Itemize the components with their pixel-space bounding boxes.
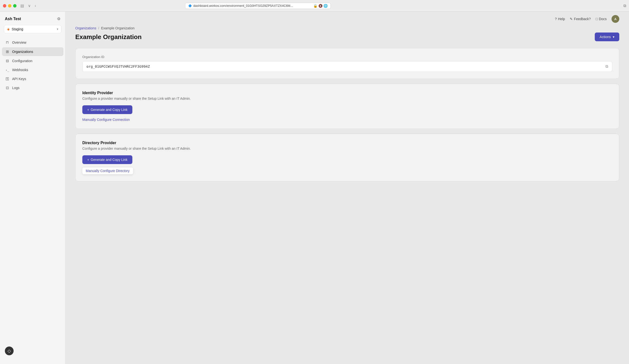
browser-right-controls: ⧉ — [624, 4, 626, 8]
fullscreen-traffic-light[interactable] — [13, 4, 16, 7]
feedback-icon: ✎ — [570, 17, 573, 21]
url-text: dashboard.workos.com/environment_01G0HTS… — [193, 4, 312, 7]
generate-copy-link-button-identity[interactable]: + Generate and Copy Link — [82, 105, 132, 114]
org-id-card: Organization ID org_01GPCCWSFVQJTVHRC2FF… — [75, 48, 619, 79]
env-selector[interactable]: ◈ Staging ▾ — [4, 25, 61, 33]
main-content: ? Help ✎ Feedback? □ Docs A Organization… — [66, 12, 629, 364]
browser-navigation: ▤ ∨ ‹ — [19, 3, 37, 8]
feedback-link[interactable]: ✎ Feedback? — [570, 17, 591, 21]
chevron-down-icon[interactable]: ∨ — [26, 3, 32, 8]
chevron-down-icon: ▾ — [613, 35, 615, 39]
user-avatar[interactable]: A — [612, 15, 619, 23]
help-label: Help — [558, 17, 565, 21]
address-controls: 🔒 🔇 🌐 — [313, 4, 328, 8]
sidebar-item-logs[interactable]: ⊡ Logs — [2, 84, 63, 92]
sidebar-item-webhooks[interactable]: ›_ Webhooks — [2, 66, 63, 74]
sidebar-item-label: Webhooks — [12, 68, 28, 72]
address-bar[interactable]: 🔷 dashboard.workos.com/environment_01G0H… — [185, 3, 331, 9]
docs-link[interactable]: □ Docs — [596, 17, 607, 21]
page-content: Organizations / Example Organization Exa… — [66, 26, 629, 196]
api-keys-icon: ⚿ — [5, 77, 10, 81]
breadcrumb: Organizations / Example Organization — [75, 26, 619, 30]
env-icon: ◈ — [7, 27, 10, 31]
breadcrumb-separator: / — [98, 26, 99, 30]
identity-provider-description: Configure a provider manually or share t… — [82, 97, 612, 101]
sidebar-item-label: Overview — [12, 40, 26, 44]
sidebar-nav: ⊓ Overview ⊞ Organizations ⊟ Configurati… — [0, 38, 65, 92]
copy-icon: ⧉ — [606, 64, 608, 68]
configuration-icon: ⊟ — [5, 59, 10, 63]
feedback-label: Feedback? — [574, 17, 591, 21]
identity-provider-card: Identity Provider Configure a provider m… — [75, 84, 619, 129]
sidebar-header: Ash Test ⚙ — [0, 16, 65, 25]
settings-icon-btn[interactable]: ⚙ — [57, 16, 60, 21]
breadcrumb-current: Example Organization — [101, 26, 135, 30]
directory-provider-description: Configure a provider manually or share t… — [82, 146, 612, 150]
logs-icon: ⊡ — [5, 86, 10, 90]
plus-icon: + — [87, 108, 89, 112]
help-link[interactable]: ? Help — [555, 17, 565, 21]
page-title: Example Organization — [75, 33, 142, 41]
sidebar-footer: ◇ — [0, 343, 65, 359]
site-icon: 🔷 — [188, 4, 192, 7]
overview-icon: ⊓ — [5, 40, 10, 45]
org-id-value: org_01GPCCWSFVQJTVHRC2FF3G994Z — [86, 65, 150, 68]
directory-provider-title: Directory Provider — [82, 141, 612, 145]
org-id-field: org_01GPCCWSFVQJTVHRC2FF3G994Z ⧉ — [82, 61, 612, 72]
sidebar-item-api-keys[interactable]: ⚿ API Keys — [2, 75, 63, 83]
sidebar-item-label: API Keys — [12, 77, 26, 81]
breadcrumb-organizations-link[interactable]: Organizations — [75, 26, 96, 30]
env-label: Staging — [12, 27, 55, 31]
org-id-label: Organization ID — [82, 55, 612, 59]
identity-provider-title: Identity Provider — [82, 91, 612, 95]
webhooks-icon: ›_ — [5, 68, 10, 72]
plus-icon: + — [87, 158, 89, 162]
sidebar-item-overview[interactable]: ⊓ Overview — [2, 38, 63, 47]
manually-configure-directory-link[interactable]: Manually Configure Directory — [82, 167, 133, 174]
generate-btn-label: Generate and Copy Link — [91, 108, 128, 112]
docs-label: Docs — [599, 17, 607, 21]
traffic-lights — [3, 4, 16, 7]
chevron-down-icon: ▾ — [57, 27, 58, 31]
sidebar-item-label: Configuration — [12, 59, 32, 63]
logo-icon: ◇ — [7, 348, 11, 354]
docs-icon: □ — [596, 17, 598, 21]
actions-button[interactable]: Actions ▾ — [595, 32, 619, 41]
sidebar-item-label: Organizations — [12, 50, 33, 54]
back-btn[interactable]: ‹ — [33, 3, 37, 8]
sidebar-item-label: Logs — [12, 86, 19, 90]
actions-label: Actions — [600, 35, 611, 39]
copy-org-id-button[interactable]: ⧉ — [606, 64, 608, 69]
sidebar-item-organizations[interactable]: ⊞ Organizations — [2, 47, 63, 56]
help-icon: ? — [555, 17, 557, 21]
page-header: Example Organization Actions ▾ — [75, 32, 619, 41]
sidebar-toggle-btn[interactable]: ▤ — [19, 3, 25, 8]
app-container: Ash Test ⚙ ◈ Staging ▾ ⊓ Overview ⊞ Orga… — [0, 12, 629, 364]
browser-chrome: ▤ ∨ ‹ 🔷 dashboard.workos.com/environment… — [0, 0, 629, 12]
app-title: Ash Test — [5, 17, 21, 21]
workos-logo[interactable]: ◇ — [5, 347, 13, 355]
manually-configure-connection-link[interactable]: Manually Configure Connection — [82, 118, 130, 121]
generate-copy-link-button-directory[interactable]: + Generate and Copy Link — [82, 155, 132, 164]
sidebar-item-configuration[interactable]: ⊟ Configuration — [2, 57, 63, 65]
organizations-icon: ⊞ — [5, 49, 10, 54]
close-traffic-light[interactable] — [3, 4, 6, 7]
gear-icon: ⚙ — [57, 17, 60, 21]
generate-btn-label: Generate and Copy Link — [91, 158, 128, 162]
minimize-traffic-light[interactable] — [8, 4, 11, 7]
tab-icon[interactable]: ⧉ — [624, 4, 626, 8]
user-initial: A — [614, 17, 616, 21]
top-bar: ? Help ✎ Feedback? □ Docs A — [66, 12, 629, 26]
directory-provider-card: Directory Provider Configure a provider … — [75, 134, 619, 181]
sidebar: Ash Test ⚙ ◈ Staging ▾ ⊓ Overview ⊞ Orga… — [0, 12, 66, 364]
